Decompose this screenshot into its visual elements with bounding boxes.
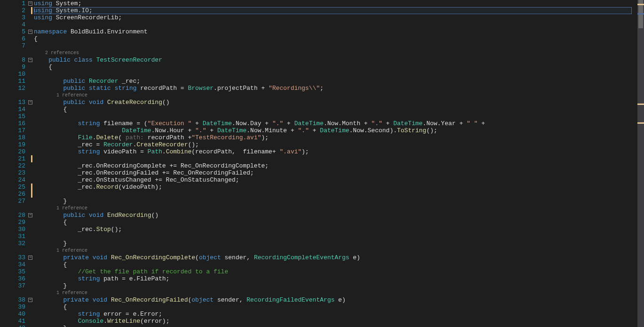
vertical-scrollbar[interactable] <box>637 0 644 327</box>
fold-toggle-icon[interactable] <box>28 30 32 34</box>
code-line[interactable]: _rec.OnRecordingComplete += Rec_OnRecord… <box>34 162 637 169</box>
line-number: 25 <box>0 183 25 191</box>
line-number: 8 <box>0 56 25 64</box>
line-number: 30 <box>0 226 25 233</box>
code-line[interactable]: } <box>34 240 637 247</box>
codelens[interactable]: 1 reference <box>34 205 637 212</box>
line-number: 12 <box>0 85 25 92</box>
code-line[interactable]: } <box>34 282 637 289</box>
code-line[interactable]: using ScreenRecorderLib; <box>34 14 637 21</box>
code-line[interactable]: { <box>34 35 637 42</box>
line-number: 15 <box>0 113 25 120</box>
line-number: 7 <box>0 42 25 49</box>
line-number: 26 <box>0 191 25 198</box>
line-number: 36 <box>0 275 25 282</box>
code-line[interactable]: { <box>34 219 637 226</box>
fold-column[interactable] <box>28 0 34 327</box>
code-line[interactable]: namespace BoldBuild.Environment <box>34 28 637 35</box>
line-number-gutter: 1234567891011121314151617181920212223242… <box>0 0 28 327</box>
line-number: 3 <box>0 14 25 21</box>
code-line[interactable]: public Recorder _rec; <box>34 78 637 85</box>
fold-toggle-icon[interactable] <box>28 58 32 62</box>
line-number: 9 <box>0 64 25 71</box>
code-line[interactable]: //Get the file path if recorded to a fil… <box>34 268 637 275</box>
code-line[interactable]: private void Rec_OnRecordingFailed(objec… <box>34 296 637 303</box>
line-number: 18 <box>0 134 25 141</box>
fold-toggle-icon[interactable] <box>28 213 32 217</box>
scrollbar-marker <box>637 4 644 5</box>
line-number: 21 <box>0 155 25 162</box>
code-line[interactable]: { <box>34 64 637 71</box>
code-line[interactable]: _rec = Recorder.CreateRecorder(); <box>34 141 637 148</box>
line-number: 31 <box>0 233 25 240</box>
line-number: 28 <box>0 212 25 219</box>
code-line[interactable] <box>34 233 637 240</box>
line-number: 29 <box>0 219 25 226</box>
code-line[interactable]: } <box>34 325 637 327</box>
line-number: 16 <box>0 120 25 127</box>
line-number: 14 <box>0 106 25 113</box>
line-number: 10 <box>0 71 25 78</box>
code-line[interactable]: _rec.Stop(); <box>34 226 637 233</box>
fold-toggle-icon[interactable] <box>28 1 32 6</box>
code-line[interactable]: string videoPath = Path.Combine(recordPa… <box>34 148 637 155</box>
code-line[interactable]: public void CreateRecording() <box>34 99 637 106</box>
code-line[interactable]: using System.IO; <box>34 7 637 14</box>
codelens[interactable]: 1 reference <box>34 247 637 254</box>
scrollbar-marker <box>637 122 644 124</box>
code-line[interactable]: { <box>34 106 637 113</box>
scrollbar-marker <box>637 13 644 15</box>
change-marker <box>31 183 32 191</box>
line-number: 40 <box>0 311 25 318</box>
code-line[interactable]: public class TestScreenRecorder <box>34 56 637 64</box>
line-number: 34 <box>0 261 25 268</box>
code-line[interactable]: } <box>34 198 637 205</box>
code-line[interactable]: _rec.Record(videoPath); <box>34 183 637 191</box>
line-number: 22 <box>0 162 25 169</box>
scrollbar-marker <box>637 104 644 105</box>
fold-toggle-icon[interactable] <box>28 100 32 104</box>
line-number: 5 <box>0 28 25 35</box>
line-number: 38 <box>0 296 25 303</box>
code-line[interactable]: _rec.OnStatusChanged += Rec_OnStatusChan… <box>34 176 637 183</box>
code-line[interactable] <box>34 113 637 120</box>
line-number: 6 <box>0 35 25 42</box>
code-line[interactable]: _rec.OnRecordingFailed += Rec_OnRecordin… <box>34 169 637 176</box>
code-line[interactable]: string error = e.Error; <box>34 311 637 318</box>
code-area[interactable]: using System;using System.IO;using Scree… <box>34 0 637 327</box>
fold-toggle-icon[interactable] <box>28 255 32 260</box>
code-line[interactable]: private void Rec_OnRecordingComplete(obj… <box>34 254 637 261</box>
code-line[interactable]: Console.WriteLine(error); <box>34 318 637 325</box>
line-number: 24 <box>0 176 25 183</box>
code-line[interactable]: { <box>34 261 637 268</box>
fold-toggle-icon[interactable] <box>28 298 32 302</box>
code-line[interactable]: using System; <box>34 0 637 7</box>
code-line[interactable] <box>34 155 637 162</box>
code-line[interactable] <box>34 71 637 78</box>
line-number: 32 <box>0 240 25 247</box>
line-number: 41 <box>0 318 25 325</box>
code-line[interactable] <box>34 191 637 198</box>
code-editor[interactable]: 1234567891011121314151617181920212223242… <box>0 0 644 327</box>
line-number: 1 <box>0 0 25 7</box>
line-number: 23 <box>0 169 25 176</box>
line-number: 33 <box>0 254 25 261</box>
line-number: 2 <box>0 7 25 14</box>
code-line[interactable]: string filename = ("Execution " + DateTi… <box>34 120 637 127</box>
code-line[interactable]: DateTime.Now.Hour + "." + DateTime.Now.M… <box>34 127 637 134</box>
code-line[interactable]: { <box>34 303 637 311</box>
codelens[interactable]: 1 reference <box>34 92 637 99</box>
line-number: 39 <box>0 303 25 311</box>
codelens[interactable]: 2 references <box>34 49 637 56</box>
code-line[interactable]: public static string recordPath = Browse… <box>34 85 637 92</box>
code-line[interactable] <box>34 42 637 49</box>
code-line[interactable]: File.Delete( path: recordPath +"TestReco… <box>34 134 637 141</box>
code-line[interactable]: public void EndRecording() <box>34 212 637 219</box>
line-number: 42 <box>0 325 25 327</box>
code-line[interactable] <box>34 21 637 28</box>
codelens[interactable]: 1 reference <box>34 289 637 296</box>
line-number: 17 <box>0 127 25 134</box>
code-line[interactable]: string path = e.FilePath; <box>34 275 637 282</box>
line-number: 20 <box>0 148 25 155</box>
selection-highlight <box>34 7 632 14</box>
